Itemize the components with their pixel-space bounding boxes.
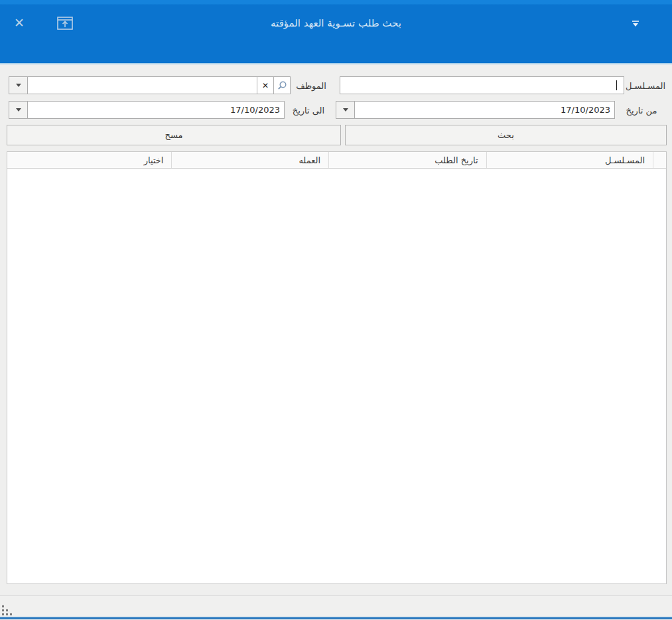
- search-button[interactable]: بحث: [345, 125, 667, 145]
- to-date-editor: [9, 101, 285, 119]
- clear-button[interactable]: مسح: [7, 125, 341, 145]
- clear-x-icon: ✕: [262, 81, 269, 90]
- grip-dots-icon: [2, 605, 4, 607]
- titlebar: ✕ بحث طلب تسـوية العهد المؤقته: [0, 0, 672, 64]
- from-date-editor: [336, 101, 615, 119]
- column-header-request-date[interactable]: تاريخ الطلب: [328, 152, 486, 168]
- grid-body-empty[interactable]: [7, 169, 666, 583]
- grid-indicator-column: [653, 152, 666, 168]
- employee-input[interactable]: [28, 77, 257, 94]
- dropdown-arrow-icon: [16, 84, 21, 87]
- search-dialog-window: ✕ بحث طلب تسـوية العهد المؤقته المسـلسـل…: [0, 0, 672, 620]
- from-date-input[interactable]: [355, 102, 614, 118]
- serial-label: المسـلسـل: [622, 80, 669, 92]
- grid-header-row: المسـلسـل تاريخ الطلب العمله اختيار: [7, 152, 666, 169]
- pin-menu-button[interactable]: [629, 19, 642, 29]
- employee-clear-button[interactable]: ✕: [257, 77, 273, 94]
- results-grid: المسـلسـل تاريخ الطلب العمله اختيار: [7, 151, 667, 584]
- to-date-dropdown-button[interactable]: [9, 102, 28, 118]
- from-date-label: من تاريخ: [616, 105, 667, 116]
- employee-label: الموظف: [291, 80, 332, 92]
- employee-search-button[interactable]: [273, 77, 290, 94]
- serial-field-wrapper: [340, 76, 624, 94]
- column-header-select[interactable]: اختيار: [7, 152, 172, 168]
- to-date-input[interactable]: [28, 102, 284, 118]
- employee-lookup-editor: ✕: [9, 76, 291, 94]
- to-date-label: الى تاريخ: [286, 105, 331, 116]
- column-header-serial[interactable]: المسـلسـل: [486, 152, 653, 168]
- text-caret: [616, 80, 617, 90]
- pin-down-icon: [631, 20, 640, 28]
- window-bottom-accent: [0, 617, 672, 619]
- column-header-currency[interactable]: العمله: [171, 152, 328, 168]
- statusbar: [0, 596, 672, 617]
- resize-grip[interactable]: [2, 605, 13, 616]
- magnifier-icon: [277, 80, 287, 91]
- dropdown-arrow-icon: [16, 108, 21, 112]
- serial-input[interactable]: [340, 77, 624, 94]
- window-title: بحث طلب تسـوية العهد المؤقته: [0, 17, 672, 29]
- employee-dropdown-button[interactable]: [9, 77, 28, 94]
- from-date-dropdown-button[interactable]: [336, 102, 355, 118]
- dropdown-arrow-icon: [343, 108, 348, 112]
